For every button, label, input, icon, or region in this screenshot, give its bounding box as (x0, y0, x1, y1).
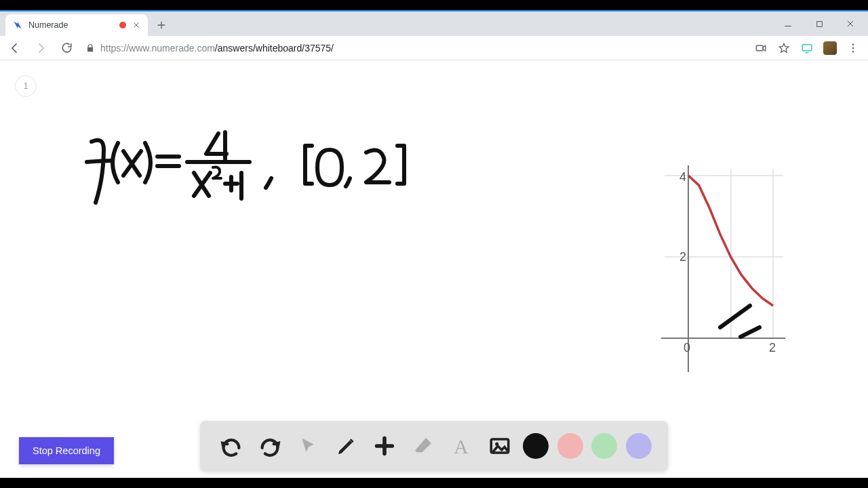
lock-icon (85, 43, 95, 53)
y-tick-4: 4 (679, 170, 686, 184)
y-tick-2: 2 (679, 250, 686, 264)
reload-button[interactable] (57, 39, 76, 58)
browser-tab[interactable]: Numerade (5, 14, 148, 36)
address-bar: https://www.numerade.com/answers/whitebo… (0, 36, 868, 60)
profile-avatar[interactable] (823, 41, 837, 55)
svg-text:A: A (454, 436, 469, 457)
stop-recording-button[interactable]: Stop Recording (19, 437, 114, 464)
window-maximize-button[interactable] (810, 14, 829, 33)
new-tab-button[interactable] (152, 16, 171, 35)
svg-rect-2 (802, 44, 812, 50)
color-pink[interactable] (557, 433, 583, 459)
svg-rect-1 (756, 45, 763, 51)
window-minimize-button[interactable] (778, 14, 797, 33)
svg-line-14 (741, 327, 760, 337)
site-favicon (12, 20, 23, 30)
x-tick-2: 2 (769, 341, 776, 354)
add-tool[interactable] (370, 431, 399, 461)
star-icon[interactable] (777, 41, 791, 55)
redo-button[interactable] (255, 431, 285, 461)
page-content: 1 (0, 60, 868, 478)
url-path: /answers/whiteboard/37575/ (215, 43, 334, 54)
browser-window: Numerade (0, 10, 868, 478)
recording-indicator-icon (119, 22, 126, 28)
x-tick-0: 0 (684, 341, 690, 354)
kebab-menu-icon[interactable] (846, 41, 860, 55)
cursor-tool[interactable] (293, 431, 323, 461)
screen-extension-icon[interactable] (800, 41, 814, 55)
undo-button[interactable] (216, 431, 246, 461)
svg-rect-0 (816, 21, 822, 26)
image-tool[interactable] (485, 431, 515, 461)
svg-point-3 (852, 43, 854, 45)
camera-icon[interactable] (754, 41, 768, 55)
tab-strip: Numerade (0, 12, 868, 36)
forward-button[interactable] (31, 39, 50, 58)
color-black[interactable] (523, 433, 549, 459)
svg-point-4 (852, 47, 854, 49)
window-close-button[interactable] (841, 14, 860, 33)
close-tab-button[interactable] (132, 20, 141, 30)
text-tool[interactable]: A (446, 431, 476, 461)
tab-title: Numerade (28, 20, 114, 30)
url-field[interactable]: https://www.numerade.com/answers/whitebo… (83, 43, 747, 54)
url-host: https://www.numerade.com (100, 43, 215, 54)
color-purple[interactable] (626, 433, 652, 459)
back-button[interactable] (5, 39, 24, 58)
svg-point-5 (852, 50, 854, 52)
handwritten-equation (0, 60, 610, 331)
eraser-tool[interactable] (408, 431, 438, 461)
stop-recording-label: Stop Recording (33, 445, 100, 456)
svg-line-13 (720, 306, 750, 327)
pencil-tool[interactable] (332, 431, 361, 461)
whiteboard-toolbar: A (200, 421, 668, 471)
function-graph: 4 2 0 2 (658, 162, 787, 372)
color-green[interactable] (591, 433, 617, 459)
